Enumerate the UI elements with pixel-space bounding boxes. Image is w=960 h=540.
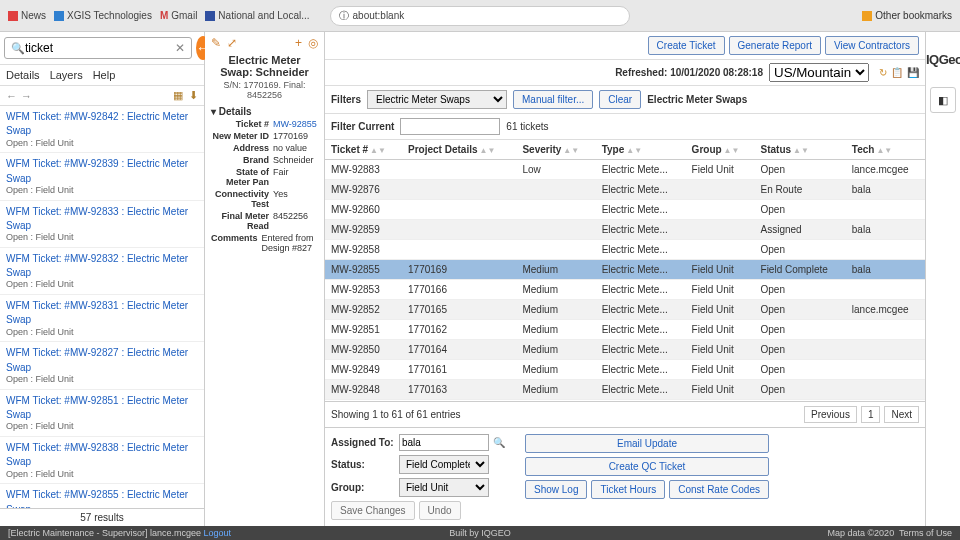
pager-next[interactable]: Next	[884, 406, 919, 423]
ticket-hours-button[interactable]: Ticket Hours	[591, 480, 665, 499]
table-row[interactable]: MW-928491770161MediumElectric Mete...Fie…	[325, 360, 925, 380]
download-icon[interactable]: ⬇	[189, 89, 198, 102]
tab-layers[interactable]: Layers	[50, 69, 83, 81]
group-label: Group:	[331, 482, 395, 493]
detail-row: Addressno value	[211, 143, 318, 153]
undo-button[interactable]: Undo	[419, 501, 461, 520]
email-update-button[interactable]: Email Update	[525, 434, 769, 453]
locate-icon[interactable]: ◎	[308, 36, 318, 50]
timezone-select[interactable]: US/Mountain	[769, 63, 869, 82]
table-row[interactable]: MW-928481770163MediumElectric Mete...Fie…	[325, 380, 925, 400]
detail-title: Electric Meter Swap: Schneider	[211, 54, 318, 78]
detail-section-header[interactable]: ▾ Details	[211, 106, 318, 117]
show-log-button[interactable]: Show Log	[525, 480, 587, 499]
column-header[interactable]: Type▲▼	[596, 140, 686, 160]
column-header[interactable]: Group▲▼	[686, 140, 755, 160]
bookmark-national[interactable]: National and Local...	[205, 6, 309, 26]
info-icon: ⓘ	[339, 9, 349, 23]
generate-report-button[interactable]: Generate Report	[729, 36, 822, 55]
table-row[interactable]: MW-928521770165MediumElectric Mete...Fie…	[325, 300, 925, 320]
const-rate-button[interactable]: Const Rate Codes	[669, 480, 769, 499]
column-header[interactable]: Project Details▲▼	[402, 140, 516, 160]
detail-row: Connectivity TestYes	[211, 189, 318, 209]
search-input-wrap: 🔍 ✕	[4, 37, 192, 59]
table-row[interactable]: MW-92859Electric Mete...Assignedbala	[325, 220, 925, 240]
layers-icon[interactable]: ◧	[930, 87, 956, 113]
search-results: WFM Ticket: #MW-92842 : Electric Meter S…	[0, 106, 204, 508]
search-result-item[interactable]: WFM Ticket: #MW-92827 : Electric Meter S…	[0, 342, 204, 389]
right-sidebar: IQGeo ◧	[925, 32, 960, 526]
column-header[interactable]: Status▲▼	[755, 140, 846, 160]
search-result-item[interactable]: WFM Ticket: #MW-92838 : Electric Meter S…	[0, 437, 204, 484]
bookmark-xgis[interactable]: XGIS Technologies	[54, 6, 152, 26]
save-icon[interactable]: 💾	[907, 67, 919, 78]
group-select[interactable]: Field Unit	[399, 478, 489, 497]
expand-icon[interactable]: ⤢	[227, 36, 237, 50]
tab-details[interactable]: Details	[6, 69, 40, 81]
nav-prev-icon[interactable]: ←	[6, 90, 17, 102]
filter-select[interactable]: Electric Meter Swaps	[367, 90, 507, 109]
table-row[interactable]: MW-928511770162MediumElectric Mete...Fie…	[325, 320, 925, 340]
column-header[interactable]: Severity▲▼	[516, 140, 595, 160]
bookmark-gmail[interactable]: MGmail	[160, 6, 197, 26]
search-result-item[interactable]: WFM Ticket: #MW-92839 : Electric Meter S…	[0, 153, 204, 200]
add-icon[interactable]: +	[295, 36, 302, 50]
terms-link[interactable]: Terms of Use	[899, 528, 952, 538]
grid-icon[interactable]: ▦	[173, 89, 183, 102]
table-row[interactable]: MW-928551770169MediumElectric Mete...Fie…	[325, 260, 925, 280]
view-contractors-button[interactable]: View Contractors	[825, 36, 919, 55]
table-row[interactable]: MW-928531770166MediumElectric Mete...Fie…	[325, 280, 925, 300]
refresh-icon[interactable]: ↻	[879, 67, 887, 78]
assign-panel: Assigned To:🔍 Status:Field Complete Grou…	[325, 427, 925, 526]
clear-search-icon[interactable]: ✕	[175, 41, 185, 55]
table-row[interactable]: MW-92876Electric Mete...En Routebala	[325, 180, 925, 200]
pager-page[interactable]: 1	[861, 406, 881, 423]
column-header[interactable]: Tech▲▼	[846, 140, 925, 160]
search-result-item[interactable]: WFM Ticket: #MW-92832 : Electric Meter S…	[0, 248, 204, 295]
manual-filter-button[interactable]: Manual filter...	[513, 90, 593, 109]
assigned-to-input[interactable]	[399, 434, 489, 451]
search-result-item[interactable]: WFM Ticket: #MW-92851 : Electric Meter S…	[0, 390, 204, 437]
clear-filter-button[interactable]: Clear	[599, 90, 641, 109]
create-ticket-button[interactable]: Create Ticket	[648, 36, 725, 55]
table-row[interactable]: MW-928501770164MediumElectric Mete...Fie…	[325, 340, 925, 360]
browser-chrome: News XGIS Technologies MGmail National a…	[0, 0, 960, 32]
filter-current-input[interactable]	[400, 118, 500, 135]
map-data: Map data ©2020	[827, 528, 894, 538]
ticket-count: 61 tickets	[506, 121, 548, 132]
search-panel: 🔍 ✕ ← Details Layers Help ←→ ▦⬇ WFM Tick…	[0, 32, 205, 526]
bookmark-other[interactable]: Other bookmarks	[862, 10, 952, 21]
logo: IQGeo	[926, 52, 960, 67]
save-changes-button[interactable]: Save Changes	[331, 501, 415, 520]
detail-row: Ticket #MW-92855	[211, 119, 318, 129]
tab-help[interactable]: Help	[93, 69, 116, 81]
search-result-item[interactable]: WFM Ticket: #MW-92833 : Electric Meter S…	[0, 201, 204, 248]
table-row[interactable]: MW-92858Electric Mete...Open	[325, 240, 925, 260]
table-row[interactable]: MW-92860Electric Mete...Open	[325, 200, 925, 220]
status-select[interactable]: Field Complete	[399, 455, 489, 474]
pager-prev[interactable]: Previous	[804, 406, 857, 423]
detail-row: New Meter ID1770169	[211, 131, 318, 141]
filters-label: Filters	[331, 94, 361, 105]
edit-icon[interactable]: ✎	[211, 36, 221, 50]
create-qc-button[interactable]: Create QC Ticket	[525, 457, 769, 476]
assigned-search-icon[interactable]: 🔍	[493, 437, 505, 448]
column-header[interactable]: Ticket #▲▼	[325, 140, 402, 160]
address-bar[interactable]: ⓘabout:blank	[330, 6, 630, 26]
filter-current-label: Filter Current	[331, 121, 394, 132]
search-result-item[interactable]: WFM Ticket: #MW-92831 : Electric Meter S…	[0, 295, 204, 342]
search-input[interactable]	[25, 41, 175, 55]
search-result-item[interactable]: WFM Ticket: #MW-92842 : Electric Meter S…	[0, 106, 204, 153]
search-result-item[interactable]: WFM Ticket: #MW-92855 : Electric Meter S…	[0, 484, 204, 508]
logout-link[interactable]: Logout	[204, 528, 232, 538]
table-info: Showing 1 to 61 of 61 entries	[331, 409, 461, 420]
table-row[interactable]: MW-92883LowElectric Mete...Field UnitOpe…	[325, 160, 925, 180]
built-by: Built by IQGEO	[449, 528, 511, 538]
detail-row: State of Meter PanFair	[211, 167, 318, 187]
details-panel: ✎ ⤢ + ◎ Electric Meter Swap: Schneider S…	[205, 32, 325, 526]
calendar-icon[interactable]: 📋	[891, 67, 903, 78]
assigned-to-label: Assigned To:	[331, 437, 395, 448]
status-label: Status:	[331, 459, 395, 470]
nav-next-icon[interactable]: →	[21, 90, 32, 102]
bookmark-news[interactable]: News	[8, 6, 46, 26]
